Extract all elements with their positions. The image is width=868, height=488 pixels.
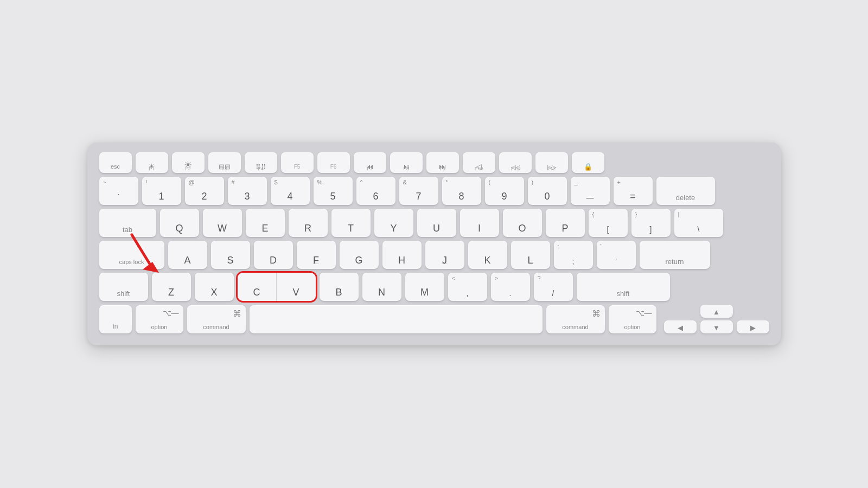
key-shift-left[interactable]: shift	[99, 273, 148, 301]
key-f8[interactable]: ⏯ F8	[390, 152, 423, 173]
key-return[interactable]: return	[640, 241, 710, 269]
key-u[interactable]: U	[417, 209, 456, 237]
key-pipe[interactable]: | \	[674, 209, 723, 237]
key-c[interactable]: C	[238, 273, 277, 301]
key-period[interactable]: > .	[491, 273, 530, 301]
key-l[interactable]: L	[511, 241, 550, 269]
key-t[interactable]: T	[331, 209, 371, 237]
key-f11[interactable]: ◁◁ F11	[499, 152, 532, 173]
key-z[interactable]: Z	[152, 273, 191, 301]
key-shift-right[interactable]: shift	[577, 273, 670, 301]
key-x[interactable]: X	[195, 273, 234, 301]
cv-highlight-group: C V	[238, 273, 316, 301]
key-delete[interactable]: delete	[656, 177, 715, 205]
key-option-right[interactable]: ⌥— option	[609, 305, 656, 333]
key-2[interactable]: @ 2	[185, 177, 224, 205]
key-arrow-left[interactable]: ◀	[664, 320, 697, 333]
key-4[interactable]: $ 4	[271, 177, 310, 205]
number-row: ~ ` ! 1 @ 2 # 3 $ 4 % 5 ^ 6 & 7	[99, 177, 769, 205]
key-b[interactable]: B	[320, 273, 359, 301]
key-f[interactable]: F —	[297, 241, 336, 269]
key-lbracket[interactable]: { [	[589, 209, 628, 237]
key-option-left[interactable]: ⌥— option	[136, 305, 183, 333]
key-tilde[interactable]: ~ `	[99, 177, 138, 205]
key-5[interactable]: % 5	[314, 177, 353, 205]
key-r[interactable]: R	[289, 209, 328, 237]
key-space[interactable]	[250, 305, 542, 333]
key-9[interactable]: ( 9	[485, 177, 524, 205]
key-1[interactable]: ! 1	[142, 177, 181, 205]
key-command-right[interactable]: ⌘ command	[546, 305, 605, 333]
keyboard: esc ☀ F1 ☀ F2 ⊟⊟ F3 ⠿⠿ F4 F5 F6 ⏮ F7 ⏯	[87, 143, 781, 345]
key-g[interactable]: G	[340, 241, 379, 269]
key-caps-lock[interactable]: caps lock	[99, 241, 164, 269]
key-comma[interactable]: < ,	[448, 273, 487, 301]
key-f5[interactable]: F5	[281, 152, 314, 173]
key-h[interactable]: H	[382, 241, 422, 269]
key-p[interactable]: P	[546, 209, 585, 237]
key-arrow-up[interactable]: ▲	[700, 305, 733, 318]
key-w[interactable]: W	[203, 209, 242, 237]
key-o[interactable]: O	[503, 209, 542, 237]
key-semicolon[interactable]: : ;	[554, 241, 593, 269]
key-f7[interactable]: ⏮ F7	[354, 152, 386, 173]
key-f2[interactable]: ☀ F2	[172, 152, 205, 173]
key-equals[interactable]: + =	[614, 177, 653, 205]
key-6[interactable]: ^ 6	[356, 177, 395, 205]
option-left-label: option	[151, 324, 168, 330]
key-f6[interactable]: F6	[317, 152, 350, 173]
key-q[interactable]: Q	[160, 209, 199, 237]
zxcv-row: shift Z X C V B N M < ,	[99, 273, 769, 301]
key-arrow-right[interactable]: ▶	[737, 320, 769, 333]
asdf-row: caps lock A S D F — G H J — K L	[99, 241, 769, 269]
key-e[interactable]: E	[246, 209, 285, 237]
fn-row: esc ☀ F1 ☀ F2 ⊟⊟ F3 ⠿⠿ F4 F5 F6 ⏮ F7 ⏯	[99, 152, 769, 173]
key-f1[interactable]: ☀ F1	[136, 152, 168, 173]
key-fn-bottom[interactable]: fn	[99, 305, 132, 333]
key-v[interactable]: V	[277, 273, 316, 301]
key-arrow-down[interactable]: ▼	[700, 320, 733, 333]
key-8[interactable]: * 8	[442, 177, 481, 205]
key-quote[interactable]: " '	[597, 241, 636, 269]
key-m[interactable]: M	[405, 273, 444, 301]
key-a[interactable]: A	[168, 241, 207, 269]
key-k[interactable]: K	[468, 241, 507, 269]
key-lock[interactable]: 🔒	[572, 152, 604, 173]
key-s[interactable]: S	[211, 241, 250, 269]
key-minus[interactable]: _ —	[571, 177, 610, 205]
key-f3[interactable]: ⊟⊟ F3	[208, 152, 241, 173]
key-slash[interactable]: ? /	[534, 273, 573, 301]
key-f12[interactable]: ▷▷ F12	[535, 152, 568, 173]
key-i[interactable]: I	[460, 209, 499, 237]
key-rbracket[interactable]: } ]	[631, 209, 671, 237]
qwerty-row: tab Q W E R T Y U I O P	[99, 209, 769, 237]
key-n[interactable]: N	[362, 273, 401, 301]
key-d[interactable]: D	[254, 241, 293, 269]
key-7[interactable]: & 7	[399, 177, 438, 205]
key-esc[interactable]: esc	[99, 152, 132, 173]
arrow-cluster: ▲ ◀ ▼ ▶	[664, 305, 769, 333]
option-right-label: option	[624, 324, 641, 330]
key-0[interactable]: ) 0	[528, 177, 567, 205]
key-f10[interactable]: ◁ F10	[463, 152, 495, 173]
key-command-left[interactable]: ⌘ command	[187, 305, 246, 333]
key-3[interactable]: # 3	[228, 177, 267, 205]
key-f9[interactable]: ⏭ F9	[426, 152, 459, 173]
key-tab[interactable]: tab	[99, 209, 156, 237]
bottom-row: fn ⌥— option ⌘ command ⌘ command ⌥— opti…	[99, 305, 769, 333]
key-f4[interactable]: ⠿⠿ F4	[245, 152, 277, 173]
key-y[interactable]: Y	[374, 209, 413, 237]
key-j[interactable]: J —	[425, 241, 464, 269]
